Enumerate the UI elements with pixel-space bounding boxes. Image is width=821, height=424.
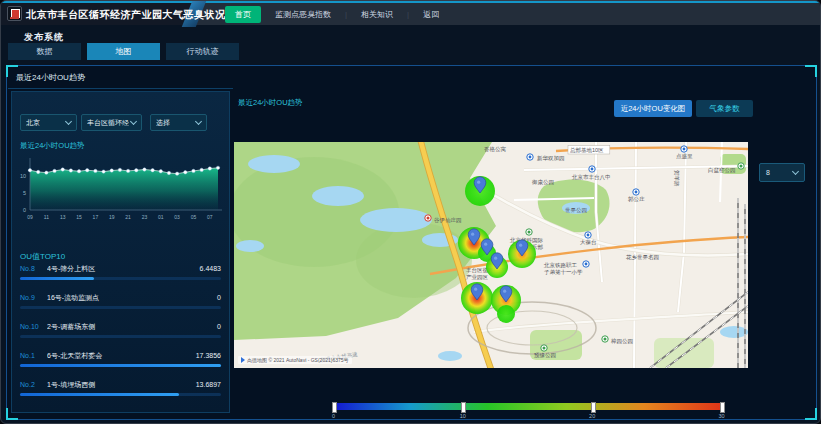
main-nav: 首页监测点恶臭指数|相关知识|返回	[225, 3, 439, 25]
ou-top-item-name: 6号-北天堂村委会	[47, 351, 196, 361]
map-pin-highlight	[503, 290, 506, 293]
panel-title-underline	[8, 88, 233, 89]
ou-top-item-rank: No.9	[20, 294, 47, 301]
nav-item-0[interactable]: 首页	[225, 6, 261, 23]
ou-top-item-value: 0	[217, 294, 221, 301]
publish-tab-1[interactable]: 地图	[87, 43, 160, 60]
park-icon-core	[604, 338, 607, 341]
park-icon-core	[740, 165, 743, 168]
heat-legend-tick-label: 0	[322, 413, 346, 419]
map-label: 香格公寓	[484, 146, 507, 153]
ou-top-item-bar-track	[20, 364, 221, 367]
svg-text:01: 01	[158, 214, 164, 220]
map-container[interactable]: 香格公寓总部基地10区新华双加园御康公园世界公园白盆窑公园北京市丰台八中点盛里郭…	[234, 142, 748, 368]
map-label: 御康公园	[531, 179, 554, 186]
map-attribution-text: 高德地图 © 2021 AutoNavi - GS(2021)6375号	[247, 357, 349, 363]
ou-change-map-button[interactable]: 近24小时OU变化图	[614, 100, 692, 117]
svg-text:19: 19	[109, 214, 115, 220]
ou-top-item: No.84号-筛分上料区6.4483	[20, 264, 221, 291]
map-label: 樟园公园	[610, 338, 633, 345]
svg-text:03: 03	[174, 214, 180, 220]
ou-top-item-name: 2号-调蓄场东侧	[47, 322, 217, 332]
app-logo-bar	[10, 17, 19, 19]
metro-icon-core	[587, 234, 590, 237]
svg-text:5: 5	[23, 190, 26, 196]
publish-tab-2[interactable]: 行动轨迹	[166, 43, 239, 60]
nav-item-1[interactable]: 监测点恶臭指数	[275, 9, 331, 20]
heat-legend-marker	[461, 402, 466, 413]
park-icon-core	[528, 231, 531, 234]
chevron-down-icon	[792, 168, 799, 175]
ou-top-item-value: 0	[217, 323, 221, 330]
map-label: 预缘公园	[534, 352, 556, 359]
panel-corner-decoration	[805, 65, 817, 77]
svg-text:05: 05	[191, 214, 197, 220]
metro-icon-core	[529, 156, 532, 159]
map-pin-highlight	[471, 233, 474, 236]
nav-item-2[interactable]: 相关知识	[361, 9, 393, 20]
ou-top-item-value: 13.6897	[196, 381, 221, 388]
map-label: 贺羊路	[674, 170, 680, 187]
map-mini-select[interactable]: 8	[759, 163, 805, 182]
map-label: 点盛里	[676, 153, 693, 160]
map-label: 花乡世界名园	[626, 254, 659, 261]
heat-legend-marker	[720, 402, 725, 413]
filter-select-value-1: 丰台区循环经济产	[87, 118, 129, 128]
publish-tab-0[interactable]: 数据	[8, 43, 81, 60]
nav-separator: |	[407, 10, 409, 19]
ou-top-item-bar-fill	[20, 277, 94, 280]
svg-text:21: 21	[125, 214, 131, 220]
nav-item-3[interactable]: 返回	[423, 9, 439, 20]
metro-icon-core	[635, 191, 638, 194]
main-panel: 最近24小时OU趋势 北京丰台区循环经济产选择 最近24小时OU趋势 05100…	[6, 65, 817, 420]
filter-select-value-2: 选择	[156, 118, 170, 128]
ou-top-item: No.916号-流动监测点0	[20, 293, 221, 320]
map-label: 世界公园	[565, 207, 587, 214]
svg-text:13: 13	[60, 214, 66, 220]
ou-top-item-name: 16号-流动监测点	[47, 293, 217, 303]
ou-top-item-rank: No.2	[20, 381, 47, 388]
svg-text:17: 17	[93, 214, 99, 220]
ou-top-item-line: No.102号-调蓄场东侧0	[20, 322, 221, 332]
map-label: 大葆台	[580, 239, 597, 245]
ou-top-item-value: 17.3856	[196, 352, 221, 359]
heat-legend-tick-label: 10	[451, 413, 475, 419]
ou-trend-chart: 0510091113151719212301030507	[14, 152, 228, 234]
ou-top-item-line: No.84号-筛分上料区6.4483	[20, 264, 221, 274]
map-label: 子弟第十一小学	[544, 269, 583, 275]
ou-top-item-bar-track	[20, 277, 221, 280]
map-label: 产业园区	[466, 274, 489, 281]
map-section-label: 最近24小时OU趋势	[238, 98, 303, 108]
map-label: 新华双加园	[537, 155, 565, 162]
map-mini-select-value: 8	[766, 169, 770, 176]
ou-trend-chart-wrap: 0510091113151719212301030507	[14, 152, 228, 234]
ou-top-item-bar-track	[20, 335, 221, 338]
map-canvas[interactable]: 香格公寓总部基地10区新华双加园御康公园世界公园白盆窑公园北京市丰台八中点盛里郭…	[234, 142, 748, 368]
heat-legend-marker	[332, 402, 337, 413]
metro-icon-core	[683, 148, 686, 151]
ou-top-title: OU值TOP10	[20, 251, 65, 262]
svg-text:07: 07	[207, 214, 213, 220]
weather-params-button[interactable]: 气象参数	[696, 100, 753, 117]
park-icon-core	[543, 347, 546, 350]
metro-icon-core	[585, 263, 588, 266]
chevron-down-icon	[130, 118, 137, 125]
map-pin-highlight	[477, 181, 480, 184]
filter-select-2[interactable]: 选择	[150, 114, 207, 131]
ou-top-item-bar-fill	[20, 393, 179, 396]
map-label: 白盆窑公园	[708, 167, 736, 174]
heat-legend-tick-label: 20	[580, 413, 604, 419]
panel-corner-decoration	[805, 408, 817, 420]
ou-top-item-bar-track	[20, 306, 221, 309]
svg-text:23: 23	[142, 214, 148, 220]
filter-select-0[interactable]: 北京	[20, 114, 77, 131]
poi-icon-core	[427, 217, 430, 220]
chevron-down-icon	[195, 118, 202, 125]
ou-top-item: No.21号-填埋场西侧13.6897	[20, 380, 221, 407]
heat-legend-tick-label: 30	[710, 413, 734, 419]
ou-top-item-rank: No.1	[20, 352, 47, 359]
svg-text:15: 15	[76, 214, 82, 220]
chevron-down-icon	[65, 118, 72, 125]
filter-select-1[interactable]: 丰台区循环经济产	[81, 114, 142, 131]
metro-icon-core	[591, 168, 594, 171]
